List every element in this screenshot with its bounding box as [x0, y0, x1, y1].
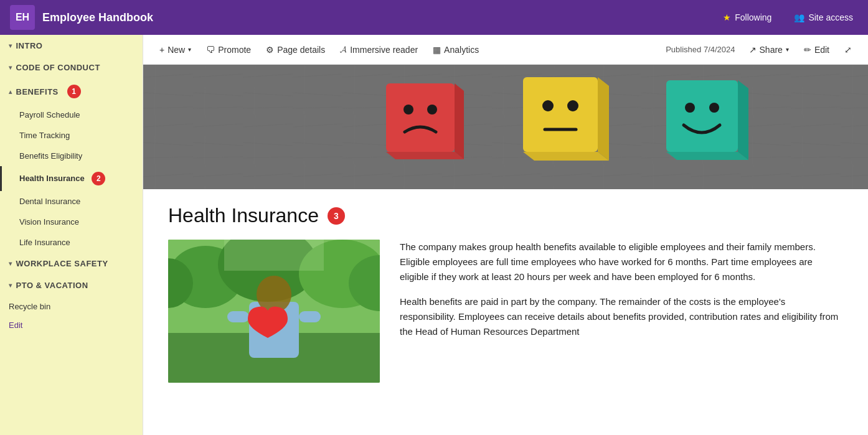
promote-button[interactable]: 🗨 Promote	[200, 41, 257, 58]
svg-marker-14	[523, 152, 609, 161]
app-logo: EH	[10, 5, 35, 30]
article-paragraph-2: Health benefits are paid in part by the …	[400, 294, 843, 339]
following-button[interactable]: ★ Following	[718, 10, 776, 25]
star-icon: ★	[723, 12, 731, 22]
plus-icon: +	[159, 45, 164, 55]
share-icon: ↗	[749, 45, 757, 55]
new-label: New	[167, 45, 185, 55]
immersive-reader-button[interactable]: 𝓐 Immersive reader	[334, 40, 424, 58]
app-header: EH Employee Handbook ★ Following 👥 Site …	[0, 0, 868, 35]
published-status: Published 7/4/2024	[666, 45, 735, 54]
chevron-up-icon: ▴	[9, 88, 12, 95]
sidebar-item-life-insurance[interactable]: Life Insurance	[0, 232, 143, 253]
immersive-reader-label: Immersive reader	[350, 45, 418, 55]
article-title: Health Insurance 3	[168, 204, 843, 227]
svg-marker-20	[666, 152, 748, 160]
svg-rect-18	[666, 80, 738, 152]
hero-banner	[143, 65, 868, 189]
expand-button[interactable]: ⤢	[838, 41, 858, 58]
app-title: Employee Handbook	[42, 11, 718, 24]
promote-label: Promote	[218, 45, 251, 55]
following-label: Following	[735, 12, 771, 22]
workplace-safety-label: WORKPLACE SAFETY	[16, 259, 108, 268]
svg-point-22	[709, 103, 719, 113]
code-of-conduct-label: CODE OF CONDUCT	[16, 63, 100, 72]
article-badge: 3	[328, 207, 345, 225]
article: Health Insurance 3	[143, 189, 868, 398]
promote-icon: 🗨	[206, 45, 215, 55]
health-insurance-badge: 2	[92, 172, 105, 185]
main-layout: ▾ INTRO ▾ CODE OF CONDUCT ▴ BENEFITS 1 P…	[0, 35, 868, 435]
chevron-down-icon: ▾	[786, 46, 789, 53]
content-area: + New ▾ 🗨 Promote ⚙ Page details 𝓐 Immer…	[143, 35, 868, 435]
article-body: The company makes group health benefits …	[168, 240, 843, 383]
sidebar-pto-vacation[interactable]: ▾ PTO & VACATION	[0, 274, 143, 296]
svg-marker-13	[598, 77, 609, 161]
sidebar-item-health-insurance[interactable]: Health Insurance 2	[0, 166, 143, 191]
sidebar: ▾ INTRO ▾ CODE OF CONDUCT ▴ BENEFITS 1 P…	[0, 35, 143, 435]
sidebar-item-recycle-bin[interactable]: Recycle bin	[0, 296, 143, 317]
sidebar-item-time-tracking[interactable]: Time Tracking	[0, 125, 143, 146]
benefits-label: BENEFITS	[16, 87, 59, 96]
svg-marker-8	[455, 83, 464, 159]
edit-button[interactable]: ✏ Edit	[798, 41, 836, 58]
gear-icon: ⚙	[266, 45, 274, 55]
edit-label: Edit	[814, 45, 829, 55]
svg-rect-12	[523, 77, 598, 152]
sidebar-workplace-safety[interactable]: ▾ WORKPLACE SAFETY	[0, 253, 143, 274]
svg-rect-7	[386, 83, 455, 152]
svg-rect-33	[227, 311, 249, 322]
expand-icon: ⤢	[844, 45, 852, 55]
intro-label: INTRO	[16, 41, 43, 50]
chevron-down-icon: ▾	[9, 42, 12, 49]
article-image	[168, 240, 380, 383]
sidebar-item-payroll-schedule[interactable]: Payroll Schedule	[0, 105, 143, 125]
svg-rect-34	[299, 311, 321, 322]
svg-point-10	[403, 105, 413, 115]
pencil-icon: ✏	[804, 45, 811, 55]
sidebar-intro[interactable]: ▾ INTRO	[0, 35, 143, 57]
sidebar-benefits[interactable]: ▴ BENEFITS 1	[0, 78, 143, 105]
svg-point-21	[685, 103, 695, 113]
sidebar-edit-link[interactable]: Edit	[0, 317, 143, 334]
header-actions: ★ Following 👥 Site access	[718, 10, 858, 25]
article-paragraph-1: The company makes group health benefits …	[400, 240, 843, 284]
chevron-down-icon: ▾	[9, 64, 12, 71]
site-access-button[interactable]: 👥 Site access	[789, 10, 858, 25]
analytics-label: Analytics	[444, 45, 479, 55]
pto-vacation-label: PTO & VACATION	[16, 281, 88, 290]
svg-point-15	[542, 100, 554, 111]
svg-marker-19	[738, 80, 748, 160]
page-content: Health Insurance 3	[143, 65, 868, 435]
new-button[interactable]: + New ▾	[153, 41, 197, 58]
chart-icon: ▦	[433, 45, 441, 55]
toolbar: + New ▾ 🗨 Promote ⚙ Page details 𝓐 Immer…	[143, 35, 868, 65]
article-title-text: Health Insurance	[168, 204, 319, 227]
page-details-label: Page details	[277, 45, 325, 55]
share-button[interactable]: ↗ Share ▾	[743, 41, 795, 58]
people-icon: 👥	[794, 12, 804, 22]
chevron-right-icon: ▾	[9, 260, 12, 267]
svg-rect-29	[224, 240, 324, 271]
sidebar-code-of-conduct[interactable]: ▾ CODE OF CONDUCT	[0, 57, 143, 78]
chevron-right-icon: ▾	[9, 282, 12, 289]
site-access-label: Site access	[808, 12, 853, 22]
svg-marker-9	[386, 152, 464, 159]
analytics-button[interactable]: ▦ Analytics	[427, 41, 485, 58]
sidebar-item-vision-insurance[interactable]: Vision Insurance	[0, 212, 143, 232]
page-details-button[interactable]: ⚙ Page details	[260, 41, 331, 58]
benefits-badge: 1	[67, 85, 81, 98]
svg-rect-1	[143, 65, 868, 189]
chevron-down-icon: ▾	[188, 46, 191, 53]
sidebar-item-dental-insurance[interactable]: Dental Insurance	[0, 191, 143, 212]
share-label: Share	[760, 45, 783, 55]
sidebar-item-benefits-eligibility[interactable]: Benefits Eligibility	[0, 146, 143, 166]
reader-icon: 𝓐	[340, 44, 347, 55]
svg-point-11	[427, 105, 437, 115]
article-text: The company makes group health benefits …	[400, 240, 843, 349]
svg-point-16	[567, 100, 578, 111]
